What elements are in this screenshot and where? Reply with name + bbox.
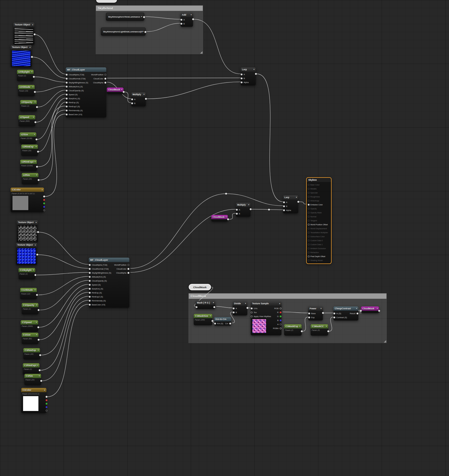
chevron-down-icon[interactable]: ▾ bbox=[377, 308, 378, 310]
input-pin[interactable] bbox=[360, 310, 362, 312]
chevron-down-icon[interactable]: ▾ bbox=[32, 86, 33, 88]
chevron-down-icon[interactable]: ▾ bbox=[121, 89, 122, 91]
output-pin[interactable] bbox=[34, 121, 36, 123]
input-pin[interactable] bbox=[66, 106, 68, 107]
chevron-down-icon[interactable]: ▾ bbox=[143, 93, 144, 96]
chevron-down-icon[interactable]: ▾ bbox=[320, 308, 322, 310]
result-input-pin[interactable] bbox=[308, 240, 310, 241]
node-header[interactable]: c2RimExp▾ bbox=[21, 145, 38, 149]
chevron-down-icon[interactable]: ▾ bbox=[36, 146, 37, 148]
result-input-pin[interactable] bbox=[308, 188, 310, 190]
result-input-pin[interactable] bbox=[308, 236, 310, 237]
param-node-c1opacity[interactable]: C1Opacity▾Param (1) bbox=[22, 303, 38, 314]
chevron-down-icon[interactable]: ▾ bbox=[34, 133, 35, 136]
output-pin-r[interactable] bbox=[280, 311, 281, 313]
lerp-node[interactable]: Lerp▾ABAlpha bbox=[241, 67, 256, 85]
node-header[interactable]: c2RimExp2▾ bbox=[20, 160, 37, 164]
result-input-pin[interactable] bbox=[308, 200, 310, 202]
node-header[interactable]: Texture Object▴ bbox=[17, 220, 38, 224]
chevron-down-icon[interactable]: ▾ bbox=[39, 375, 40, 377]
input-pin[interactable] bbox=[89, 296, 91, 298]
texture-sample-node[interactable]: Texture Sample▴UVsTexApply View MipBiasR… bbox=[251, 301, 281, 335]
input-pin[interactable] bbox=[66, 86, 68, 88]
color-swatch[interactable] bbox=[23, 396, 39, 411]
color-param-node-c2color[interactable]: C2Color▴Param (0.167,0.167,0.167,1) bbox=[11, 188, 44, 212]
input-pin[interactable] bbox=[89, 284, 91, 286]
output-pin[interactable] bbox=[255, 73, 257, 75]
input-pin[interactable] bbox=[241, 73, 243, 75]
output-pin-rgba[interactable] bbox=[280, 327, 281, 329]
output-pin[interactable] bbox=[192, 18, 194, 20]
lerp-node[interactable]: Lerp▾ABAlpha bbox=[283, 195, 298, 213]
output-pin[interactable] bbox=[39, 369, 41, 371]
input-pin[interactable] bbox=[283, 205, 285, 207]
input-pin[interactable] bbox=[196, 306, 197, 308]
input-pin[interactable] bbox=[131, 102, 133, 104]
result-input-pin[interactable] bbox=[308, 248, 310, 249]
chevron-down-icon[interactable]: ▾ bbox=[36, 174, 37, 176]
node-header[interactable]: MF_CloudLayer bbox=[89, 258, 129, 262]
node-header[interactable]: c2Rim▾ bbox=[22, 173, 38, 177]
param-node-c1rim[interactable]: C1Rim▾Param (20) bbox=[24, 374, 41, 385]
node-header[interactable]: C1MaskSize▾ bbox=[194, 314, 212, 318]
node-header[interactable]: C1Size▾ bbox=[22, 333, 38, 337]
output-pin[interactable] bbox=[43, 196, 45, 197]
output-pin[interactable] bbox=[123, 91, 125, 93]
output-pin[interactable] bbox=[31, 56, 33, 58]
input-pin[interactable] bbox=[66, 114, 68, 115]
result-input-pin[interactable] bbox=[308, 252, 310, 253]
input-pin[interactable] bbox=[66, 102, 68, 103]
output-pin-g[interactable] bbox=[43, 202, 45, 204]
output-pin-r[interactable] bbox=[46, 399, 47, 401]
node-header[interactable]: Texture Object▴ bbox=[13, 23, 34, 27]
output-pin[interactable] bbox=[33, 76, 35, 78]
node-header[interactable]: CloudMask▾ bbox=[211, 215, 228, 219]
mf-cloudlayer-node[interactable]: MF_CloudLayerCloudAlpha (T2d)WorldPositi… bbox=[89, 258, 129, 308]
chevron-down-icon[interactable]: ▾ bbox=[33, 269, 34, 271]
chevron-down-icon[interactable]: ▾ bbox=[36, 321, 37, 323]
output-pin[interactable] bbox=[104, 82, 106, 84]
chevron-down-icon[interactable]: ▾ bbox=[34, 289, 36, 291]
chevron-down-icon[interactable]: ▾ bbox=[326, 325, 327, 327]
node-header[interactable]: Lerp▾ bbox=[241, 67, 256, 72]
input-pin[interactable] bbox=[66, 82, 68, 84]
input-pin[interactable] bbox=[66, 98, 68, 99]
output-pin[interactable] bbox=[322, 312, 324, 314]
cheapcontrast-node[interactable]: CheapContrast▾In (S)ResultContrast (S) bbox=[333, 306, 358, 321]
node-header[interactable]: C1Opacity▾ bbox=[22, 303, 38, 307]
param-node-c2skylight[interactable]: c2Skylight▾Param (1) bbox=[17, 70, 34, 81]
multiply-node[interactable]: Multiply▾AB bbox=[131, 92, 146, 106]
chevron-up-icon[interactable]: ▴ bbox=[279, 302, 280, 305]
chevron-down-icon[interactable]: ▾ bbox=[34, 101, 36, 103]
chevron-down-icon[interactable]: ▾ bbox=[31, 71, 32, 73]
input-pin[interactable] bbox=[66, 74, 68, 76]
node-header[interactable]: c2Opacity▾ bbox=[20, 100, 37, 104]
node-header[interactable]: Texture Object▴ bbox=[16, 243, 37, 247]
chevron-down-icon[interactable]: ▾ bbox=[210, 315, 211, 317]
chevron-down-icon[interactable]: ▾ bbox=[299, 325, 300, 327]
result-input-pin[interactable] bbox=[308, 196, 310, 198]
output-pin[interactable] bbox=[127, 268, 129, 270]
node-header[interactable]: CloudMask▾ bbox=[107, 88, 124, 92]
chevron-up-icon[interactable]: ▴ bbox=[35, 244, 36, 246]
sky-atmosphere-light-disk-luminance-node[interactable]: SkyAtmosphereLightDiskLuminance[0]▾ bbox=[101, 28, 146, 36]
output-pin-g[interactable] bbox=[46, 403, 47, 405]
param-node-c2opacity[interactable]: c2Opacity▾Param (1) bbox=[20, 100, 37, 111]
input-pin[interactable] bbox=[181, 23, 182, 25]
output-pin-a[interactable] bbox=[43, 209, 45, 211]
input-pin[interactable] bbox=[233, 311, 235, 313]
output-pin[interactable] bbox=[38, 179, 39, 181]
material-graph-canvas[interactable]: SkyBehindCloudMaskTexture Object▴Texture… bbox=[0, 0, 449, 476]
km-to-cm-node[interactable]: Km-to-CmKm (S)Cm bbox=[214, 317, 231, 326]
output-pin[interactable] bbox=[37, 231, 39, 233]
chevron-down-icon[interactable]: ▾ bbox=[296, 196, 297, 198]
param-node-c2rimexp[interactable]: c2RimExp▾Param (10) bbox=[21, 145, 38, 156]
output-pin[interactable] bbox=[227, 218, 229, 220]
node-header[interactable]: c2Skylight▾ bbox=[17, 70, 34, 74]
param-node-c1skylight[interactable]: C1Skylight▾Param (1) bbox=[19, 268, 35, 279]
chevron-down-icon[interactable]: ▾ bbox=[253, 68, 254, 71]
node-header[interactable]: Texture Sample▴ bbox=[251, 301, 281, 306]
param-node-c1speed[interactable]: C1Speed▾Param (3000) bbox=[21, 320, 38, 332]
input-pin[interactable] bbox=[236, 209, 238, 211]
output-pin[interactable] bbox=[143, 16, 145, 18]
